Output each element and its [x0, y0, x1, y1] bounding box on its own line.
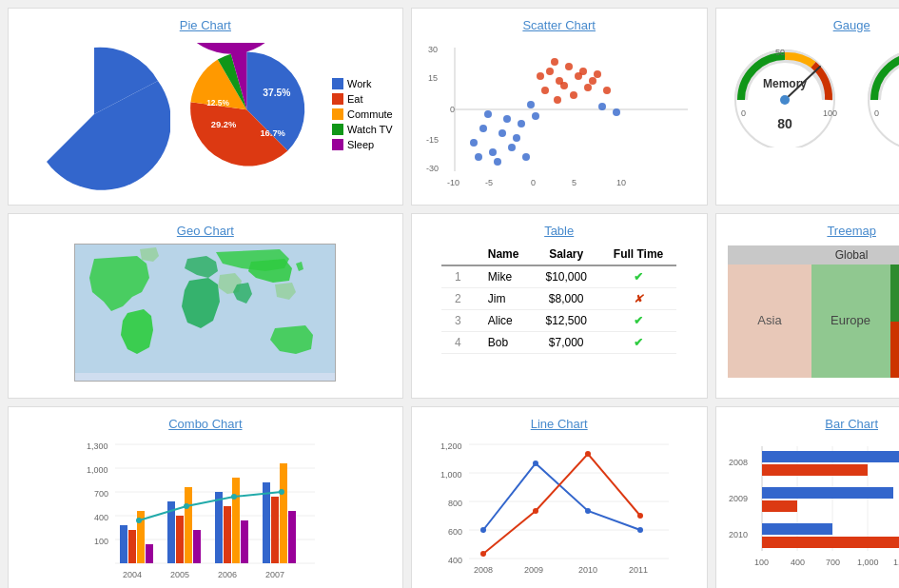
row-name: Bob	[475, 332, 533, 354]
svg-text:2008: 2008	[729, 458, 748, 467]
legend-eat-label: Eat	[347, 93, 363, 105]
svg-text:0: 0	[874, 108, 879, 118]
svg-point-20	[560, 82, 568, 89]
svg-text:1,300: 1,300	[87, 441, 108, 451]
svg-point-17	[546, 68, 554, 75]
cpu-gauge-svg: CPU 0 50 100 55	[861, 38, 899, 147]
svg-rect-93	[146, 544, 153, 563]
svg-text:Memory: Memory	[763, 77, 807, 90]
svg-point-40	[494, 158, 501, 166]
row-fulltime: ✔	[600, 265, 676, 288]
svg-rect-101	[241, 520, 248, 563]
svg-text:0: 0	[741, 108, 746, 118]
svg-point-41	[484, 110, 492, 118]
table-title[interactable]: Table	[544, 224, 574, 238]
svg-rect-65	[728, 245, 899, 265]
memory-gauge: Memory 0 50 100 80	[728, 38, 842, 147]
svg-point-24	[570, 91, 577, 99]
svg-point-125	[533, 461, 538, 466]
svg-text:2004: 2004	[123, 570, 142, 579]
svg-point-28	[554, 96, 561, 104]
svg-point-107	[184, 503, 189, 509]
svg-point-126	[585, 508, 591, 514]
row-name: Jim	[475, 288, 533, 310]
svg-rect-105	[288, 511, 296, 563]
svg-point-19	[565, 63, 573, 70]
table-row: 3 Alice $12,500 ✔	[441, 310, 676, 332]
scatter-chart-title[interactable]: Scatter Chart	[522, 18, 596, 32]
memory-gauge-svg: Memory 0 50 100 80	[728, 38, 842, 147]
svg-rect-73	[890, 322, 899, 378]
pie-chart-title[interactable]: Pie Chart	[180, 18, 231, 32]
treemap-title[interactable]: Treemap	[827, 224, 876, 238]
svg-point-22	[541, 87, 549, 94]
treemap-svg: Global Asia Europe America Africa	[726, 244, 899, 382]
svg-point-38	[513, 134, 520, 142]
svg-rect-98	[215, 492, 223, 563]
svg-text:15: 15	[428, 73, 438, 83]
svg-text:29.2%: 29.2%	[211, 120, 237, 129]
legend-work: Work	[332, 78, 393, 89]
svg-point-46	[613, 108, 620, 116]
svg-text:-30: -30	[426, 164, 439, 173]
svg-rect-104	[280, 463, 287, 563]
pie-chart-svg	[18, 38, 170, 190]
svg-rect-71	[890, 265, 899, 322]
svg-point-23	[551, 58, 558, 66]
svg-text:1,000: 1,000	[857, 558, 879, 567]
svg-rect-147	[762, 464, 868, 476]
row-salary: $12,500	[532, 310, 599, 332]
gauge-card: Gauge	[715, 8, 899, 206]
geo-chart-title[interactable]: Geo Chart	[177, 224, 234, 238]
bar-chart-title[interactable]: Bar Chart	[825, 417, 878, 431]
legend-eat: Eat	[332, 93, 393, 105]
svg-text:2008: 2008	[474, 565, 493, 575]
legend-commute-label: Commute	[347, 108, 393, 120]
svg-text:16.7%: 16.7%	[260, 128, 285, 138]
svg-point-124	[480, 527, 486, 533]
gauge-title[interactable]: Gauge	[833, 18, 870, 32]
row-num: 2	[441, 288, 475, 310]
svg-point-26	[584, 84, 592, 91]
svg-point-29	[594, 70, 601, 78]
svg-text:700: 700	[826, 558, 840, 567]
table-row: 1 Mike $10,000 ✔	[441, 265, 676, 288]
combo-chart-title[interactable]: Combo Chart	[168, 417, 242, 431]
svg-text:37.5%: 37.5%	[263, 88, 290, 98]
svg-point-108	[231, 494, 237, 500]
bar-chart-card: Bar Chart 100 400 700 1,000 1,300 2008 2…	[715, 406, 899, 588]
svg-point-49	[780, 95, 790, 105]
svg-text:50: 50	[775, 48, 785, 57]
svg-rect-149	[762, 500, 797, 512]
svg-text:400: 400	[94, 513, 108, 522]
legend-commute-color	[332, 108, 343, 120]
row-salary: $8,000	[532, 288, 599, 310]
legend-watchtv: Watch TV	[332, 124, 393, 135]
svg-point-27	[589, 77, 596, 85]
svg-point-44	[532, 112, 539, 120]
svg-text:80: 80	[777, 116, 792, 131]
table-row: 4 Bob $7,000 ✔	[441, 332, 676, 354]
combo-chart-card: Combo Chart 1,300 1,000 700 400 100 2004…	[8, 406, 403, 588]
svg-text:-5: -5	[485, 178, 493, 187]
svg-text:2007: 2007	[265, 570, 284, 579]
svg-text:800: 800	[448, 499, 462, 508]
row-salary: $7,000	[532, 332, 599, 354]
row-num: 4	[441, 332, 475, 354]
svg-point-129	[533, 508, 538, 514]
chart-grid: Pie Chart	[0, 0, 899, 588]
geo-map-svg	[75, 245, 336, 382]
svg-point-42	[475, 153, 482, 161]
svg-text:400: 400	[791, 558, 805, 567]
line-chart-title[interactable]: Line Chart	[531, 417, 588, 431]
svg-text:2010: 2010	[729, 530, 748, 539]
svg-point-127	[637, 527, 643, 533]
legend-watchtv-color	[332, 124, 343, 135]
svg-point-34	[498, 129, 506, 137]
svg-text:2006: 2006	[218, 570, 237, 579]
table-header-salary: Salary	[532, 244, 599, 265]
svg-text:2005: 2005	[170, 570, 189, 579]
svg-point-130	[585, 451, 591, 457]
svg-rect-151	[762, 537, 899, 548]
svg-text:2009: 2009	[524, 565, 543, 575]
